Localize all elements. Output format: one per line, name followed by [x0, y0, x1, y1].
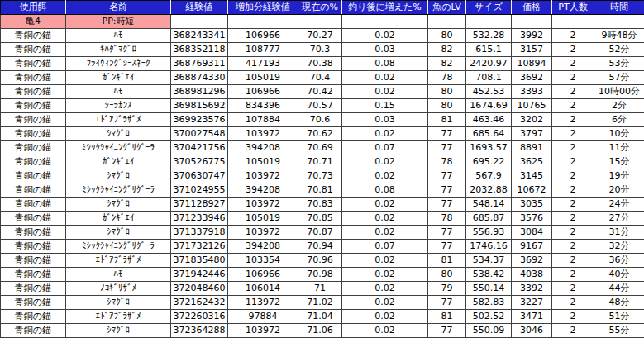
cell-exp_gain[interactable]: 108777 [228, 43, 298, 57]
cell-current_pct[interactable]: 70.57 [298, 99, 342, 113]
cell-pt_count[interactable]: 2 [552, 43, 594, 57]
cell-bait[interactable]: 青銅の錨 [1, 155, 66, 169]
cell-current_pct[interactable]: 71 [298, 282, 342, 296]
cell-exp_gain[interactable]: 113972 [228, 296, 298, 310]
cell-bait[interactable]: 青銅の錨 [1, 212, 66, 226]
cell-pct_gain[interactable]: 0.02 [342, 85, 428, 99]
cell-name[interactable]: ｷﾊﾀﾞﾏｸﾞﾛ [66, 43, 171, 57]
cell-price[interactable]: 3392 [512, 282, 552, 296]
cell-pt_count[interactable]: 2 [552, 141, 594, 155]
cell-fish_lv[interactable]: 78 [428, 155, 466, 169]
cell-pct_gain[interactable]: 0.02 [342, 268, 428, 282]
cell-exp[interactable]: 371835480 [171, 254, 228, 268]
cell-time[interactable]: 2分 [594, 99, 644, 113]
cell-pct_gain[interactable]: 0.02 [342, 212, 428, 226]
cell-name[interactable]: ﾐｼｯｸｼｬｲﾆﾝｸﾞﾘｸﾞｰﾗ [66, 183, 171, 198]
cell-pt_count[interactable]: 2 [552, 99, 594, 113]
cell-exp_gain[interactable]: 107884 [228, 113, 298, 127]
cell-time[interactable]: 55分 [594, 324, 644, 338]
cell-name[interactable]: ﾐｼｯｸｼｬｲﾆﾝｸﾞﾘｸﾞｰﾗ [66, 141, 171, 155]
cell-size[interactable]: 685.64 [466, 127, 512, 141]
cell-name[interactable]: ｴﾄﾞｱﾌﾞﾗｻﾞﾒ [66, 254, 171, 268]
column-header-price[interactable]: 価格 [512, 1, 552, 15]
cell-price[interactable]: 3145 [512, 169, 552, 183]
cell-fish_lv[interactable]: 80 [428, 85, 466, 99]
cell-name[interactable]: ｴﾄﾞｱﾌﾞﾗｻﾞﾒ [66, 310, 171, 324]
cell-price[interactable]: 3692 [512, 254, 552, 268]
cell-name[interactable]: ｼﾏｸﾞﾛ [66, 127, 171, 141]
cell-bait[interactable]: 青銅の錨 [1, 99, 66, 113]
cell-pct_gain[interactable]: 0.02 [342, 127, 428, 141]
subheader-cell-exp[interactable] [171, 15, 228, 29]
cell-size[interactable]: 708.1 [466, 71, 512, 85]
cell-current_pct[interactable]: 70.83 [298, 198, 342, 212]
cell-exp[interactable]: 368981296 [171, 85, 228, 99]
cell-bait[interactable]: 青銅の錨 [1, 141, 66, 155]
cell-size[interactable]: 582.83 [466, 296, 512, 310]
cell-time[interactable]: 36分 [594, 254, 644, 268]
cell-size[interactable]: 2420.97 [466, 57, 512, 71]
cell-current_pct[interactable]: 70.27 [298, 29, 342, 43]
cell-exp_gain[interactable]: 103972 [228, 226, 298, 240]
subheader-cell-fish_lv[interactable] [428, 15, 466, 29]
cell-bait[interactable]: 青銅の錨 [1, 29, 66, 43]
cell-fish_lv[interactable]: 80 [428, 29, 466, 43]
cell-pt_count[interactable]: 2 [552, 226, 594, 240]
cell-bait[interactable]: 青銅の錨 [1, 296, 66, 310]
cell-name[interactable]: ｴﾄﾞｱﾌﾞﾗｻﾞﾒ [66, 113, 171, 127]
cell-size[interactable]: 695.22 [466, 155, 512, 169]
cell-price[interactable]: 4038 [512, 268, 552, 282]
cell-exp_gain[interactable]: 103972 [228, 198, 298, 212]
cell-exp_gain[interactable]: 394208 [228, 240, 298, 254]
cell-pct_gain[interactable]: 0.02 [342, 226, 428, 240]
cell-exp[interactable]: 371024955 [171, 183, 228, 198]
cell-pt_count[interactable]: 2 [552, 240, 594, 254]
cell-size[interactable]: 567.9 [466, 169, 512, 183]
cell-price[interactable]: 3692 [512, 71, 552, 85]
cell-exp_gain[interactable]: 97884 [228, 310, 298, 324]
cell-exp_gain[interactable]: 103972 [228, 169, 298, 183]
cell-fish_lv[interactable]: 77 [428, 296, 466, 310]
column-header-pt_count[interactable]: PT人数 [552, 1, 594, 15]
cell-fish_lv[interactable]: 81 [428, 310, 466, 324]
cell-pct_gain[interactable]: 0.02 [342, 29, 428, 43]
cell-time[interactable]: 52分 [594, 43, 644, 57]
cell-pt_count[interactable]: 2 [552, 155, 594, 169]
cell-pt_count[interactable]: 2 [552, 183, 594, 198]
cell-exp_gain[interactable]: 103354 [228, 254, 298, 268]
column-header-current_pct[interactable]: 現在の% [298, 1, 342, 15]
cell-time[interactable]: 53分 [594, 57, 644, 71]
cell-fish_lv[interactable]: 77 [428, 324, 466, 338]
cell-size[interactable]: 548.14 [466, 198, 512, 212]
column-header-bait[interactable]: 使用餌 [1, 1, 66, 15]
cell-exp_gain[interactable]: 106966 [228, 268, 298, 282]
cell-size[interactable]: 1693.57 [466, 141, 512, 155]
cell-size[interactable]: 550.14 [466, 282, 512, 296]
column-header-exp[interactable]: 経験値 [171, 1, 228, 15]
subheader-cell-pt_count[interactable] [552, 15, 594, 29]
cell-current_pct[interactable]: 70.98 [298, 268, 342, 282]
subheader-cell-exp_gain[interactable] [228, 15, 298, 29]
cell-time[interactable]: 10分 [594, 127, 644, 141]
subheader-cell-size[interactable] [466, 15, 512, 29]
cell-pct_gain[interactable]: 0.08 [342, 57, 428, 71]
cell-price[interactable]: 3576 [512, 212, 552, 226]
cell-time[interactable]: 44分 [594, 282, 644, 296]
cell-current_pct[interactable]: 70.71 [298, 155, 342, 169]
cell-time[interactable]: 31分 [594, 226, 644, 240]
cell-bait[interactable]: 青銅の錨 [1, 71, 66, 85]
cell-current_pct[interactable]: 70.94 [298, 240, 342, 254]
cell-time[interactable]: 27分 [594, 212, 644, 226]
cell-pct_gain[interactable]: 0.02 [342, 198, 428, 212]
cell-pt_count[interactable]: 2 [552, 282, 594, 296]
cell-exp[interactable]: 370630747 [171, 169, 228, 183]
cell-bait[interactable]: 青銅の錨 [1, 113, 66, 127]
cell-exp_gain[interactable]: 417193 [228, 57, 298, 71]
column-header-fish_lv[interactable]: 魚のLV [428, 1, 466, 15]
cell-exp_gain[interactable]: 834396 [228, 99, 298, 113]
cell-pct_gain[interactable]: 0.02 [342, 254, 428, 268]
cell-exp[interactable]: 368874330 [171, 71, 228, 85]
cell-bait[interactable]: 青銅の錨 [1, 198, 66, 212]
cell-name[interactable]: ﾉｺｷﾞﾘｻﾞﾒ [66, 282, 171, 296]
cell-bait[interactable]: 青銅の錨 [1, 226, 66, 240]
